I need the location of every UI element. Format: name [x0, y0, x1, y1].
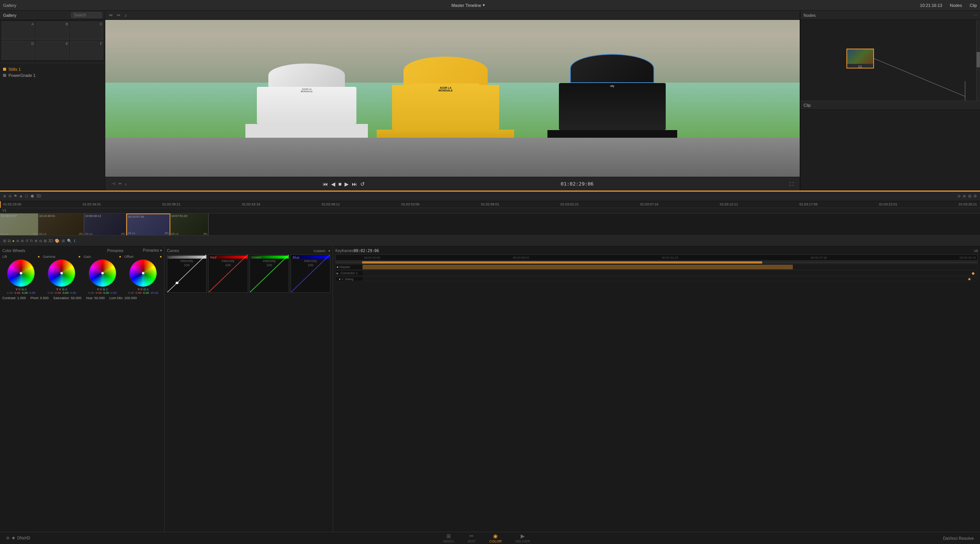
clip-04[interactable]: 10:15:57:16 04 v1 (R) [126, 213, 170, 235]
red-curve-svg [209, 255, 248, 292]
color-section: ⊞ ⊟ ● ≋ ⊛ ↺ ↻ ⊕ ⊖ ⊠ 3D 🎨 ⊞ 🔍 ℹ [0, 236, 980, 532]
clip-05[interactable]: 10:07:51:23 05 v1 (R) [170, 213, 209, 235]
color-tool-3[interactable]: ● [12, 239, 15, 243]
stop-btn[interactable]: ■ [338, 181, 341, 187]
color-tool-10[interactable]: ⊠ [44, 239, 47, 243]
svg-line-0 [874, 59, 965, 96]
step-back-btn[interactable]: ◀ [331, 181, 335, 187]
kf-master-text: Master [340, 265, 350, 269]
kf-sizing-check: ✓ [341, 277, 344, 281]
gallery-thumb-c[interactable]: C [70, 21, 103, 40]
timeline-dropdown-icon[interactable]: ▾ [483, 3, 485, 8]
nodes-scrollbar[interactable] [976, 20, 980, 101]
copy-icon[interactable]: ⬡ [25, 194, 28, 198]
color-tool-12[interactable]: 🎨 [55, 239, 59, 243]
gain-g: G [103, 288, 105, 291]
keyframes-title: Keyframes [335, 249, 354, 253]
mark-in-icon[interactable]: ⊣ [111, 181, 115, 186]
lift-label: Lift ● [2, 254, 40, 259]
offset-wheel-center [142, 272, 145, 275]
gallery-thumb-d[interactable]: D [2, 41, 35, 60]
nav-left-tools: ⚙ ✱ DNxHD [6, 536, 30, 540]
go-to-start-btn[interactable]: ⏮ [323, 181, 328, 187]
flag-icon[interactable]: ⚑ [14, 194, 17, 198]
wheels-row: Lift ● Y R G B [2, 254, 162, 295]
color-tool-5[interactable]: ⊛ [21, 239, 24, 243]
color-tool-7[interactable]: ↻ [30, 239, 33, 243]
red-curve[interactable]: Red Intensity 100 [208, 254, 248, 293]
clip-panel-label: Clip [970, 3, 977, 8]
gallery-thumb-a[interactable]: A [2, 21, 35, 40]
kf-sizing-content [363, 277, 977, 281]
blue-curve[interactable]: Blue Intensity 100 [291, 254, 330, 293]
cut-icon[interactable]: ✂ [118, 181, 122, 186]
3d-icon[interactable]: 3D [36, 194, 41, 198]
paste-icon[interactable]: ⬢ [31, 194, 34, 198]
gallery-thumb-b[interactable]: B [36, 21, 69, 40]
color-search-icon[interactable]: 🔍 [67, 239, 72, 243]
kf-progress-bar-container [335, 261, 978, 264]
playback-right-tools: ⛶ [789, 182, 794, 186]
timeline-tool-1[interactable]: ⊕ [3, 194, 6, 198]
settings-timeline-icon[interactable]: ⚙ [973, 194, 977, 198]
color-tool-11[interactable]: 3D [48, 239, 53, 243]
nav-deliver[interactable]: ▶ DELIVER [512, 532, 533, 544]
clip-03-id: 03 v1 [85, 232, 93, 235]
tc-04: 01:02:43:16 [242, 202, 260, 206]
curves-dropdown-icon[interactable]: ▾ [328, 249, 330, 253]
gain-wheel[interactable] [89, 259, 116, 287]
fit-icon[interactable]: ⊞ [968, 194, 971, 198]
clip-03-r: (R) [121, 232, 125, 235]
timeline-tool-2[interactable]: ⊖ [8, 194, 11, 198]
color-tool-4[interactable]: ≋ [16, 239, 19, 243]
node-01[interactable]: 01 [846, 49, 874, 68]
gallery-search-input[interactable] [71, 12, 102, 18]
color-tool-2[interactable]: ⊟ [8, 239, 11, 243]
lift-b-val: 0.00 [29, 291, 36, 295]
gear-bottom-icon[interactable]: ✱ [12, 536, 15, 540]
color-tool-9[interactable]: ⊖ [39, 239, 42, 243]
play-btn[interactable]: ▶ [345, 181, 349, 187]
color-tool-8[interactable]: ⊕ [34, 239, 38, 243]
audio-icon[interactable]: ♪ [125, 182, 127, 186]
zoom-in-icon[interactable]: ⊕ [963, 194, 966, 198]
clip-01[interactable]: 10:18:47:07 01 v1 (R) [0, 213, 38, 235]
tc-09: 01:03:07:16 [640, 202, 658, 206]
loop-btn[interactable]: ↺ [360, 181, 365, 187]
color-tool-6[interactable]: ↺ [25, 239, 28, 243]
keyframes-ruler: 00:00:00:00 00:00:58:22 00:01:51:19 00:0… [335, 254, 978, 261]
green-curve-svg [250, 255, 289, 292]
cut-tool[interactable]: ✂ [116, 13, 121, 18]
pencil-tool[interactable]: ✏ [108, 13, 114, 18]
curves-custom: Custom [314, 249, 325, 253]
nav-edit[interactable]: ✂ EDIT [465, 532, 479, 544]
gallery-thumb-f[interactable]: F [70, 41, 103, 60]
nav-color[interactable]: ◉ COLOR [486, 532, 505, 544]
clip-02[interactable]: 10:13:30:01 02 v1 (R) [38, 213, 84, 235]
audio-tool[interactable]: ♪ [124, 13, 127, 18]
gamma-g-val: 0.00 [62, 291, 69, 295]
curves-graphs: Luminance Intensity 100 Red [167, 254, 330, 293]
color-tool-1[interactable]: ⊞ [3, 239, 6, 243]
nav-media[interactable]: ⊞ MEDIA [440, 532, 457, 544]
fullscreen-icon[interactable]: ⛶ [789, 182, 794, 186]
luminance-curve[interactable]: Luminance Intensity 100 [167, 254, 207, 293]
clip-03[interactable]: 10:08:38:12 03 v1 (R) [84, 213, 126, 235]
gallery-stills-item[interactable]: Stills 1 [3, 66, 102, 72]
gamma-wheel[interactable] [48, 259, 75, 287]
clip-03-time: 10:08:38:12 [85, 214, 101, 218]
gallery-panel-title: Gallery [3, 13, 16, 18]
zoom-out-icon[interactable]: ⊖ [957, 194, 960, 198]
primaries-dropdown[interactable]: Primaries ▾ [143, 248, 162, 252]
offset-wheel[interactable] [129, 259, 157, 287]
settings-bottom-icon[interactable]: ⚙ [6, 536, 10, 540]
wheel-gain: Gain ● Y R G B [84, 254, 121, 295]
lift-wheel[interactable] [7, 259, 35, 287]
color-zoom-icon[interactable]: ⊞ [62, 239, 65, 243]
gallery-powergrade-item[interactable]: PowerGrade 1 [3, 72, 102, 78]
marker-icon[interactable]: ◈ [20, 194, 23, 198]
gallery-thumb-e[interactable]: E [36, 41, 69, 60]
green-curve[interactable]: Green Intensity 100 [250, 254, 289, 293]
step-forward-btn[interactable]: ⏭ [352, 181, 357, 187]
color-info-icon[interactable]: ℹ [74, 239, 75, 243]
